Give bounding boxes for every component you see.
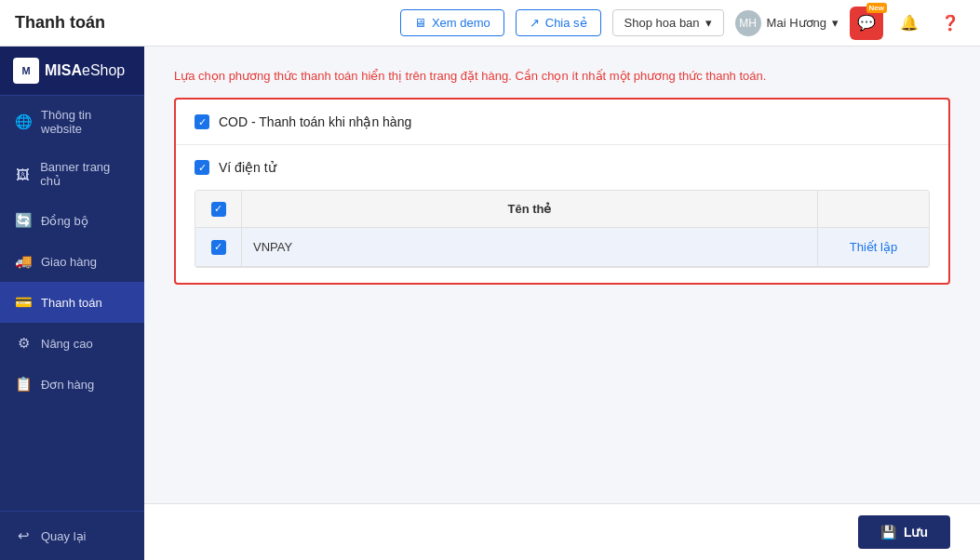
sidebar-item-label: Thông tin website: [41, 108, 129, 136]
bell-icon: 🔔: [900, 14, 919, 32]
chat-icon: 💬: [857, 14, 876, 32]
wallet-checkbox[interactable]: ✓: [195, 160, 209, 175]
website-icon: 🌐: [15, 113, 32, 130]
sidebar-item-label: Đồng bộ: [41, 214, 88, 228]
payment-card: ✓ COD - Thanh toán khi nhận hàng ✓ Ví đi…: [174, 98, 950, 285]
notification-button[interactable]: 🔔: [894, 8, 924, 38]
wallet-section: ✓ Ví điện tử ✓ Tên thẻ: [176, 145, 948, 283]
chat-button[interactable]: 💬 New: [850, 7, 883, 40]
layout: M MISAeShop 🌐 Thông tin website 🖼 Banner…: [0, 47, 980, 560]
col-name-header: Tên thẻ: [242, 202, 817, 216]
footer-bar: 💾 Lưu: [144, 503, 980, 560]
sidebar-item-label: Banner trang chủ: [40, 160, 129, 188]
row-action-cell: Thiết lập: [817, 228, 929, 266]
advanced-icon: ⚙: [15, 335, 32, 352]
cod-label: COD - Thanh toán khi nhận hàng: [219, 114, 411, 129]
sidebar-item-nang-cao[interactable]: ⚙ Nâng cao: [0, 323, 144, 364]
sidebar: M MISAeShop 🌐 Thông tin website 🖼 Banner…: [0, 47, 144, 560]
xem-demo-button[interactable]: 🖥 Xem demo: [400, 9, 504, 36]
logo-icon: M: [13, 58, 39, 84]
row-name: VNPAY: [242, 240, 817, 254]
user-menu[interactable]: MH Mai Hương ▾: [735, 10, 839, 36]
wallet-header: ✓ Ví điện tử: [195, 160, 930, 175]
sidebar-item-label: Thanh toán: [41, 296, 102, 310]
page-title: Thanh toán: [15, 13, 389, 33]
new-badge: New: [866, 3, 887, 13]
sidebar-item-dong-bo[interactable]: 🔄 Đồng bộ: [0, 200, 144, 241]
delivery-icon: 🚚: [15, 253, 32, 270]
vnpay-checkbox[interactable]: ✓: [211, 240, 226, 255]
thiet-lap-link[interactable]: Thiết lập: [850, 240, 897, 254]
monitor-icon: 🖥: [414, 16, 426, 30]
payment-icon: 💳: [15, 294, 32, 311]
wallet-table-header: ✓ Tên thẻ: [195, 191, 929, 228]
order-icon: 📋: [15, 376, 32, 393]
sidebar-item-thanh-toan[interactable]: 💳 Thanh toán: [0, 282, 144, 323]
all-checkbox[interactable]: ✓: [211, 202, 226, 217]
banner-icon: 🖼: [15, 167, 31, 182]
help-button[interactable]: ❓: [935, 8, 965, 38]
back-icon: ↩: [15, 527, 32, 544]
chevron-down-icon: ▾: [705, 16, 712, 30]
sidebar-item-banner-trang-chu[interactable]: 🖼 Banner trang chủ: [0, 148, 144, 200]
header: Thanh toán 🖥 Xem demo ↗ Chia sẻ Shop hoa…: [0, 0, 980, 47]
save-icon: 💾: [880, 525, 896, 540]
wallet-label: Ví điện tử: [219, 160, 276, 175]
sync-icon: 🔄: [15, 212, 32, 229]
main-content: Lựa chọn phương thức thanh toán hiển thị…: [144, 47, 980, 503]
shop-selector[interactable]: Shop hoa ban ▾: [612, 9, 724, 36]
sidebar-nav: 🌐 Thông tin website 🖼 Banner trang chủ 🔄…: [0, 96, 144, 511]
header-check-cell: ✓: [195, 191, 242, 227]
save-button[interactable]: 💾 Lưu: [858, 515, 950, 549]
help-icon: ❓: [941, 14, 960, 32]
sidebar-item-quay-lai[interactable]: ↩ Quay lại: [0, 515, 144, 556]
logo-text: MISAeShop: [45, 62, 125, 79]
chevron-down-icon: ▾: [832, 16, 839, 30]
sidebar-item-label: Giao hàng: [41, 255, 97, 269]
row-check-cell: ✓: [195, 228, 242, 266]
sidebar-logo: M MISAeShop: [0, 47, 144, 96]
share-icon: ↗: [530, 16, 540, 30]
sidebar-item-label: Đơn hàng: [41, 378, 94, 392]
chia-se-button[interactable]: ↗ Chia sẻ: [516, 9, 601, 36]
cod-checkbox[interactable]: ✓: [195, 114, 209, 129]
table-row: ✓ VNPAY Thiết lập: [195, 228, 929, 267]
avatar: MH: [735, 10, 761, 36]
sidebar-item-giao-hang[interactable]: 🚚 Giao hàng: [0, 241, 144, 282]
col-action-header: [817, 191, 929, 227]
sidebar-item-label: Nâng cao: [41, 337, 93, 351]
sidebar-item-thong-tin-website[interactable]: 🌐 Thông tin website: [0, 96, 144, 148]
sidebar-item-label: Quay lại: [41, 529, 86, 543]
sidebar-bottom: ↩ Quay lại: [0, 511, 144, 560]
main: Lựa chọn phương thức thanh toán hiển thị…: [144, 47, 980, 560]
wallet-table: ✓ Tên thẻ ✓ VNPAY Thiết lập: [195, 190, 930, 268]
sidebar-item-don-hang[interactable]: 📋 Đơn hàng: [0, 364, 144, 405]
cod-section: ✓ COD - Thanh toán khi nhận hàng: [176, 100, 948, 145]
info-text: Lựa chọn phương thức thanh toán hiển thị…: [174, 69, 950, 83]
